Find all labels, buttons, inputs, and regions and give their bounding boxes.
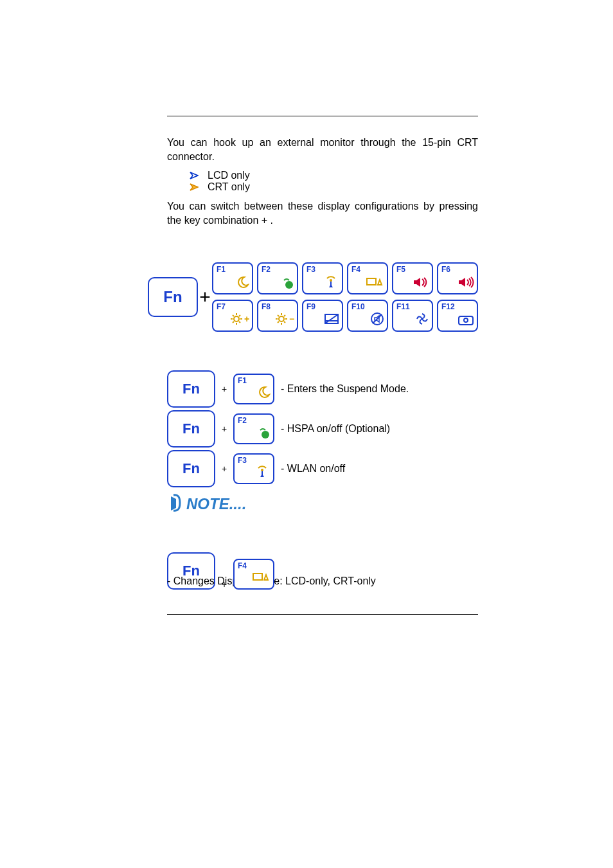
bullet-list: LCD only CRT only (167, 170, 478, 193)
f3-key: F3 (302, 262, 343, 294)
divider-bottom (167, 614, 478, 615)
brightness-down-icon: − (275, 312, 294, 329)
svg-point-33 (262, 431, 269, 439)
combo-description: - Changes Display Mode: LCD-only, CRT-on… (167, 574, 478, 588)
f11-key: F11 (392, 300, 433, 332)
svg-rect-35 (253, 574, 262, 580)
svg-line-13 (239, 315, 240, 316)
svg-line-12 (233, 321, 234, 323)
f2-key: F2 (233, 413, 274, 444)
intro-paragraph: You can hook up an external monitor thro… (167, 136, 478, 163)
f10-key: F10 (347, 300, 388, 332)
plus-icon: + (222, 384, 227, 394)
svg-point-5 (234, 316, 239, 321)
f9-key: F9 (302, 300, 343, 332)
moon-icon (235, 276, 249, 291)
svg-rect-3 (414, 280, 416, 284)
plus-icon: + (222, 464, 227, 474)
fn-key: Fn (167, 370, 215, 408)
svg-point-1 (330, 279, 332, 282)
combo-description: - HSPA on/off (Optional) (281, 423, 390, 435)
bullet-text: LCD only (208, 170, 250, 181)
svg-point-0 (285, 281, 293, 289)
arrow-icon (190, 172, 199, 179)
svg-point-32 (464, 318, 468, 322)
volume-up-icon (413, 276, 429, 291)
plus-icon: + (198, 286, 212, 308)
svg-point-15 (279, 316, 284, 321)
display-icon (366, 276, 384, 291)
fn-combo-row: Fn + F1 - Enters the Suspend Mode. (167, 370, 478, 408)
volume-down-icon (458, 276, 474, 291)
note-label: NOTE.... (186, 495, 246, 512)
f1-key: F1 (233, 374, 274, 404)
fan-icon (415, 312, 429, 329)
f1-key: F1 (212, 262, 253, 294)
f5-key: F5 (392, 262, 433, 294)
svg-line-20 (278, 315, 279, 316)
key-row: F7+ F8− F9 F10 F11 F12 (212, 300, 478, 332)
plus-icon: + (222, 424, 227, 434)
divider-top (167, 116, 478, 116)
fn-key: Fn (148, 277, 198, 317)
fn-combo-row: Fn + F2 - HSPA on/off (Optional) (167, 410, 478, 448)
svg-line-10 (233, 315, 234, 316)
svg-line-23 (284, 315, 285, 316)
f8-key: F8− (257, 300, 298, 332)
svg-point-34 (261, 469, 263, 471)
touchpad-icon (324, 313, 339, 329)
switch-paragraph: You can switch between these display con… (167, 199, 478, 227)
svg-rect-4 (459, 280, 461, 284)
svg-line-21 (284, 321, 285, 323)
wlan-icon (323, 275, 339, 291)
document-page: You can hook up an external monitor thro… (0, 0, 613, 868)
f6-key: F6 (437, 262, 478, 294)
svg-line-29 (373, 314, 382, 323)
f12-key: F12 (437, 300, 478, 332)
mute-icon (370, 312, 384, 329)
svg-rect-2 (367, 278, 376, 285)
f7-key: F7+ (212, 300, 253, 332)
f2-key: F2 (257, 262, 298, 294)
f4-key: F4 (347, 262, 388, 294)
note-callout: NOTE.... (167, 494, 478, 517)
fn-key-diagram: Fn + F1 F2 F3 F4 F5 F6 F7+ F8− F9 F10 F1… (148, 262, 478, 332)
svg-text:−: − (289, 314, 294, 324)
svg-text:+: + (244, 314, 249, 324)
wlan-icon (254, 464, 271, 481)
function-key-grid: F1 F2 F3 F4 F5 F6 F7+ F8− F9 F10 F11 F12 (212, 262, 478, 332)
svg-line-11 (239, 321, 240, 323)
fn-combo-row: Fn + F3 - WLAN on/off (167, 450, 478, 487)
fn-key: Fn (167, 450, 215, 487)
brightness-up-icon: + (230, 312, 249, 329)
camera-icon (458, 313, 474, 329)
svg-line-27 (325, 314, 338, 323)
display-icon (253, 571, 271, 586)
fn-key: Fn (167, 410, 215, 448)
list-item: LCD only (190, 170, 478, 181)
bullet-text: CRT only (208, 181, 250, 193)
fn-combo-row: Fn + F4 - Changes Display Mode: LCD-only… (167, 552, 478, 588)
arrow-icon (190, 183, 199, 191)
key-row: F1 F2 F3 F4 F5 F6 (212, 262, 478, 294)
hspa-icon (256, 426, 271, 441)
svg-rect-31 (459, 316, 473, 325)
list-item: CRT only (190, 181, 478, 193)
f3-key: F3 (233, 453, 274, 484)
combo-description: - WLAN on/off (281, 463, 345, 475)
svg-line-22 (278, 321, 279, 323)
combo-description: - Enters the Suspend Mode. (281, 383, 409, 395)
hspa-icon (280, 276, 294, 291)
f4-key: F4 (233, 559, 274, 590)
moon-icon (256, 386, 271, 401)
svg-point-30 (421, 318, 423, 320)
